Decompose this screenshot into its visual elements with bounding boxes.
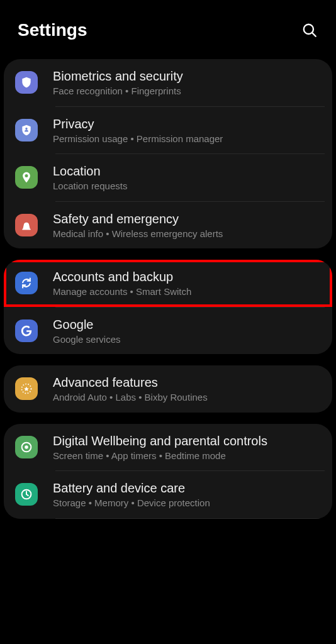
item-text: Accounts and backupManage accounts • Sma… bbox=[53, 269, 321, 298]
emergency-icon bbox=[15, 214, 38, 236]
item-text: Advanced featuresAndroid Auto • Labs • B… bbox=[53, 374, 321, 404]
item-subtitle: Google services bbox=[53, 333, 321, 346]
settings-item-digital-wellbeing-and-parental-controls[interactable]: Digital Wellbeing and parental controlsS… bbox=[4, 424, 332, 471]
page-title: Settings bbox=[18, 20, 87, 40]
google-icon bbox=[15, 319, 38, 342]
item-title: Location bbox=[53, 163, 321, 179]
item-title: Biometrics and security bbox=[53, 68, 321, 84]
settings-group: Digital Wellbeing and parental controlsS… bbox=[4, 424, 332, 519]
item-subtitle: Face recognition • Fingerprints bbox=[53, 85, 321, 97]
item-subtitle: Location requests bbox=[53, 180, 321, 192]
privacy-icon bbox=[15, 119, 38, 142]
svg-point-3 bbox=[25, 174, 28, 177]
item-title: Privacy bbox=[53, 116, 321, 132]
settings-item-google[interactable]: GoogleGoogle services bbox=[4, 308, 332, 355]
item-text: Biometrics and securityFace recognition … bbox=[53, 68, 321, 97]
settings-item-safety-and-emergency[interactable]: Safety and emergencyMedical info • Wirel… bbox=[4, 202, 332, 249]
svg-point-7 bbox=[25, 445, 28, 449]
item-subtitle: Medical info • Wireless emergency alerts bbox=[53, 228, 321, 240]
search-icon bbox=[301, 22, 318, 38]
item-text: PrivacyPermission usage • Permission man… bbox=[53, 116, 321, 145]
shield-icon bbox=[15, 71, 38, 94]
item-title: Accounts and backup bbox=[53, 269, 321, 285]
svg-rect-4 bbox=[22, 229, 30, 230]
settings-group: Accounts and backupManage accounts • Sma… bbox=[4, 260, 332, 354]
settings-group: Biometrics and securityFace recognition … bbox=[4, 59, 332, 248]
wellbeing-icon bbox=[15, 436, 38, 458]
svg-point-2 bbox=[25, 128, 27, 130]
location-icon bbox=[15, 166, 38, 189]
item-title: Battery and device care bbox=[53, 480, 321, 496]
sync-icon bbox=[15, 272, 38, 294]
settings-header: Settings bbox=[0, 0, 336, 54]
item-subtitle: Storage • Memory • Device protection bbox=[53, 497, 321, 509]
item-title: Safety and emergency bbox=[53, 211, 321, 227]
item-text: Battery and device careStorage • Memory … bbox=[53, 480, 321, 509]
item-title: Digital Wellbeing and parental controls bbox=[53, 433, 321, 449]
settings-item-battery-and-device-care[interactable]: Battery and device careStorage • Memory … bbox=[4, 471, 332, 518]
battery-icon bbox=[15, 483, 38, 506]
settings-item-biometrics-and-security[interactable]: Biometrics and securityFace recognition … bbox=[4, 59, 332, 106]
settings-item-accounts-and-backup[interactable]: Accounts and backupManage accounts • Sma… bbox=[4, 260, 332, 307]
settings-group: Advanced featuresAndroid Auto • Labs • B… bbox=[4, 365, 332, 413]
item-text: Digital Wellbeing and parental controlsS… bbox=[53, 433, 321, 462]
settings-item-privacy[interactable]: PrivacyPermission usage • Permission man… bbox=[4, 107, 332, 154]
divider bbox=[55, 518, 325, 519]
item-title: Advanced features bbox=[53, 374, 321, 391]
item-subtitle: Permission usage • Permission manager bbox=[53, 133, 321, 145]
item-title: Google bbox=[53, 316, 321, 333]
item-text: GoogleGoogle services bbox=[53, 316, 321, 346]
svg-line-1 bbox=[312, 33, 316, 36]
item-subtitle: Android Auto • Labs • Bixby Routines bbox=[53, 391, 321, 404]
settings-item-location[interactable]: LocationLocation requests bbox=[4, 154, 332, 201]
item-text: LocationLocation requests bbox=[53, 163, 321, 192]
item-subtitle: Screen time • App timers • Bedtime mode bbox=[53, 450, 321, 462]
settings-item-advanced-features[interactable]: Advanced featuresAndroid Auto • Labs • B… bbox=[4, 365, 332, 413]
search-button[interactable] bbox=[301, 21, 318, 39]
item-text: Safety and emergencyMedical info • Wirel… bbox=[53, 211, 321, 240]
advanced-icon bbox=[15, 377, 38, 400]
item-subtitle: Manage accounts • Smart Switch bbox=[53, 286, 321, 298]
